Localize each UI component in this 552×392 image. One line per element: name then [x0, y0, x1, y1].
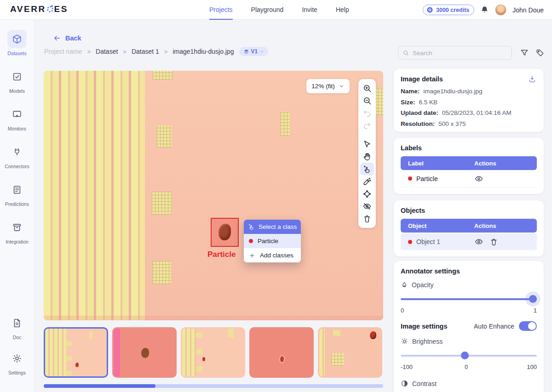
top-right-cluster: 3000 credits John Doue — [423, 0, 544, 20]
undo-icon — [362, 109, 372, 118]
zoom-in-button[interactable] — [360, 82, 374, 95]
app-window: AVERR ES Projects Playground Invite Help… — [0, 0, 552, 392]
image-details-title: Image details — [401, 75, 537, 83]
annotation-canvas[interactable]: Particle 12% (fit) Select a class — [44, 71, 383, 320]
tags-button[interactable] — [535, 48, 545, 57]
detail-row-resolution: Resolution: 500 x 375 — [401, 120, 537, 127]
sidebar-label: Connectors — [5, 164, 29, 169]
pan-tool-button[interactable] — [360, 150, 374, 163]
label-row-particle[interactable]: Particle — [401, 170, 537, 187]
smart-select-tool-button[interactable] — [360, 163, 374, 175]
back-button[interactable]: Back — [53, 34, 81, 42]
droplet-icon — [401, 281, 408, 289]
delete-annotation-button[interactable] — [360, 212, 374, 225]
hide-annotations-button[interactable] — [360, 200, 374, 212]
sidebar-item-monitors[interactable]: Monitors — [7, 105, 27, 131]
opacity-max: 1 — [534, 307, 537, 314]
detail-row-upload-date: Uplaod date: 05/28/2023, 01:04:16 AM — [401, 109, 537, 116]
detail-label: Resolution: — [401, 120, 435, 127]
polygon-tool-button[interactable] — [360, 187, 374, 200]
sidebar-item-datasets[interactable]: Datasets — [7, 30, 27, 56]
canvas-pattern-square — [152, 192, 172, 215]
undo-button[interactable] — [360, 107, 374, 119]
brightness-label: Brightness — [412, 338, 443, 345]
canvas-pattern-square — [153, 71, 172, 80]
sidebar-item-models[interactable]: Models — [7, 68, 27, 94]
eye-off-icon — [362, 202, 372, 211]
sidebar-item-settings[interactable]: Settings — [7, 349, 27, 375]
zoom-level-dropdown[interactable]: 12% (fit) — [306, 79, 350, 93]
brightness-slider-thumb[interactable] — [461, 352, 469, 359]
detail-value: 05/28/2023, 01:04:16 AM — [442, 109, 512, 116]
thumbnail-pattern — [196, 332, 202, 338]
scrollbar-thumb[interactable] — [44, 384, 155, 388]
thumbnail-2[interactable] — [112, 327, 177, 378]
objects-card: Objects Object Actions Object 1 — [394, 200, 544, 256]
bounding-box-particle[interactable] — [211, 218, 239, 247]
opacity-slider[interactable] — [401, 295, 537, 303]
breadcrumb-dataset[interactable]: Dataset — [96, 48, 118, 55]
thumbnail-1[interactable] — [44, 327, 108, 378]
zoom-out-button[interactable] — [360, 95, 374, 107]
thumbnail-pattern — [66, 371, 72, 375]
redo-button[interactable] — [360, 119, 374, 132]
sidebar-label: Predictions — [5, 201, 29, 207]
class-option-particle[interactable]: Particle — [244, 234, 301, 248]
doc-page-icon — [12, 318, 22, 328]
eye-icon[interactable] — [474, 174, 483, 183]
pen-sparkle-icon — [362, 177, 372, 186]
canvas-toolbar — [358, 79, 376, 228]
eye-icon[interactable] — [474, 237, 483, 246]
canvas-stripes-pattern — [44, 71, 145, 320]
logo[interactable]: AVERR ES — [10, 4, 68, 14]
coin-icon — [426, 6, 433, 13]
thumbnail-5[interactable] — [318, 327, 382, 378]
thumbnail-pattern — [196, 366, 202, 372]
credits-badge[interactable]: 3000 credits — [423, 5, 474, 15]
thumbnail-scrollbar[interactable] — [44, 384, 383, 388]
version-dropdown[interactable]: V1 — [239, 47, 269, 56]
user-avatar[interactable] — [495, 4, 506, 16]
sidebar-item-connectors[interactable]: Connectors — [5, 143, 29, 169]
tag-icon — [535, 48, 545, 57]
breadcrumb-project[interactable]: Project name — [44, 48, 82, 55]
sidebar-item-predictions[interactable]: Predictions — [5, 181, 29, 207]
select-tool-button[interactable] — [360, 138, 374, 150]
notifications-bell-icon[interactable] — [480, 6, 489, 14]
brightness-row: Brightness — [401, 337, 537, 345]
user-name[interactable]: John Doue — [512, 6, 544, 14]
download-button[interactable] — [528, 75, 536, 83]
detail-value: 6.5 KB — [419, 99, 438, 106]
hand-icon — [362, 152, 372, 161]
thumbnail-4[interactable] — [249, 327, 314, 378]
draw-tool-button[interactable] — [360, 175, 374, 187]
thumbnail-3[interactable] — [181, 327, 245, 378]
nav-tab-projects[interactable]: Projects — [209, 0, 233, 20]
trash-icon[interactable] — [489, 238, 498, 246]
brightness-slider[interactable] — [401, 352, 537, 360]
breadcrumb-dataset-1[interactable]: Dataset 1 — [132, 48, 159, 55]
smart-click-icon — [362, 165, 372, 174]
download-icon — [528, 75, 536, 83]
sidebar-label: Datasets — [7, 51, 26, 56]
sidebar-item-integration[interactable]: Integration — [6, 218, 29, 244]
sidebar-item-doc[interactable]: Doc — [7, 314, 27, 340]
search-input[interactable] — [413, 50, 500, 57]
sidebar: Datasets Models Monitors Connectors Pred… — [0, 20, 34, 392]
filter-button[interactable] — [520, 48, 529, 57]
nav-tab-playground[interactable]: Playground — [251, 0, 284, 20]
breadcrumb-separator: > — [87, 48, 91, 55]
object-row-1[interactable]: Object 1 — [401, 233, 537, 250]
opacity-slider-thumb[interactable] — [529, 295, 537, 303]
detail-label: Size: — [401, 99, 415, 106]
back-arrow-icon — [53, 34, 61, 42]
nav-tab-help[interactable]: Help — [336, 0, 349, 20]
auto-enhance-toggle[interactable] — [519, 321, 537, 331]
thumbnail-pattern — [66, 356, 72, 361]
add-classes-option[interactable]: Add classes — [244, 248, 301, 262]
opacity-slider-track — [401, 298, 537, 300]
object-name: Object 1 — [416, 238, 440, 245]
sidebar-label: Settings — [8, 370, 26, 375]
nav-tab-invite[interactable]: Invite — [302, 0, 317, 20]
checkbox-icon — [12, 72, 22, 82]
